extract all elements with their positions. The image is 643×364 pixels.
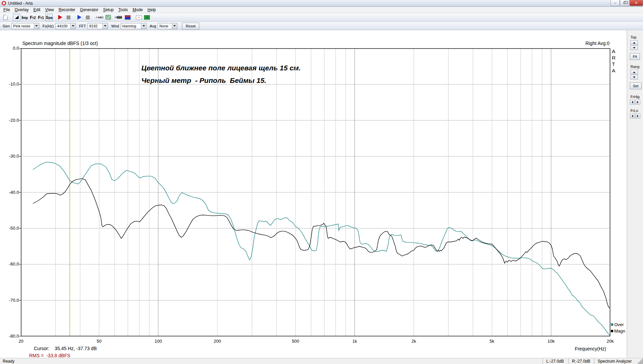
spectrum-graph-area: Spectrum magnitude dBFS (1/3 oct) Right … — [0, 30, 627, 358]
fs-value: 44100 — [57, 24, 68, 28]
restore-icon — [623, 2, 626, 4]
impulse-mode-button[interactable]: Imp — [21, 14, 28, 21]
resize-grip[interactable] — [637, 358, 643, 364]
abc-check-icon: ✓ABC — [95, 16, 104, 19]
signal-generator-button[interactable]: ~ — [135, 14, 142, 21]
top-up-button[interactable] — [630, 40, 638, 45]
stop-icon — [86, 16, 90, 19]
wnd-label: Wnd — [111, 24, 119, 28]
calibrate-button[interactable]: ✓ABC — [95, 14, 104, 21]
spa-mode-button[interactable]: Spa — [45, 14, 53, 21]
close-button[interactable]: × — [629, 0, 643, 6]
fit-label: Fit — [633, 54, 637, 59]
menu-recorder[interactable]: Recorder — [56, 7, 77, 13]
title-bar[interactable]: Untitled - Arta – × — [0, 0, 643, 7]
fs-label: Fs(Hz) — [43, 24, 54, 28]
cursor-readout: Cursor: 35.45 Hz, -37.73 dB — [34, 346, 97, 351]
pointer-icon — [14, 15, 19, 20]
microphone-button[interactable] — [116, 14, 123, 21]
toolbar-separator — [133, 14, 133, 20]
chevron-down-icon — [102, 23, 108, 29]
menu-file[interactable]: File — [1, 7, 12, 13]
arta-app-icon — [2, 1, 6, 5]
red-sine-icon: ~ — [136, 15, 142, 20]
gen-select[interactable]: Pink noise — [12, 23, 39, 29]
toolbar-separator — [74, 14, 74, 20]
menu-help[interactable]: Help — [145, 7, 158, 13]
fit-button[interactable]: Fit — [630, 53, 640, 60]
range-up-button[interactable] — [630, 70, 638, 74]
fs-select[interactable]: 44100 — [55, 23, 76, 29]
left-level-cell: L:-27.0dB — [543, 358, 568, 364]
fr1-mode-label: Fr1 — [38, 15, 44, 20]
fft-select[interactable]: 8192 — [88, 23, 108, 29]
cursor-value: 35.45 Hz, -37.73 dB — [54, 346, 97, 351]
menu-overlay[interactable]: Overlay — [12, 7, 31, 13]
fr2-mode-button[interactable]: Fr2 — [29, 14, 37, 21]
minimize-button[interactable]: – — [611, 0, 620, 6]
record-stop-button[interactable] — [65, 14, 72, 21]
range-down-button[interactable] — [630, 75, 638, 79]
fr1-mode-button[interactable]: Fr1 — [37, 14, 45, 21]
main-toolbar: Imp Fr2 Fr1 Spa ✓ABC ~ ~ — [0, 13, 643, 22]
frlo-right-button[interactable] — [635, 114, 640, 118]
pointer-mode-button[interactable] — [13, 14, 20, 21]
signal-analyser-button[interactable]: ~ — [143, 14, 151, 21]
generator-stop-button[interactable] — [84, 14, 91, 21]
plot-legend: Over Magn — [611, 321, 625, 334]
set-label: Set — [633, 84, 639, 88]
x-tick: 2k — [411, 339, 416, 344]
spa-mode-label: Spa — [46, 15, 52, 20]
spectrum-plot-canvas[interactable] — [21, 48, 610, 336]
waveform-icon — [125, 15, 131, 20]
range-label: Rang — [630, 65, 639, 69]
new-file-button[interactable] — [2, 14, 9, 21]
x-tick: 5k — [490, 339, 495, 344]
frhig-left-button[interactable] — [630, 100, 635, 105]
y-tick: -80.0 — [0, 334, 19, 339]
chevron-down-icon — [34, 23, 39, 29]
menu-mode[interactable]: Mode — [130, 7, 145, 13]
top-down-button[interactable] — [630, 45, 638, 50]
frhig-label: FrHig — [630, 95, 640, 99]
menu-bar: File Overlay Edit View Recorder Generato… — [0, 7, 643, 13]
chevron-down-icon — [70, 23, 75, 29]
frlo-left-button[interactable] — [630, 114, 635, 118]
avg-select[interactable]: None — [158, 23, 177, 29]
y-tick: -20.0 — [0, 118, 19, 123]
rms-readout: RMS = -33.8 dBFS — [29, 353, 70, 358]
toolbar-separator — [93, 14, 93, 20]
mode-cell: Spectrum Analyzer — [594, 358, 637, 364]
y-tick: -30.0 — [0, 154, 19, 159]
legend-item-over: Over — [611, 321, 625, 328]
menu-generator[interactable]: Generator — [78, 7, 101, 13]
waveform-view-button[interactable] — [124, 14, 131, 21]
microphone-plug-icon — [117, 16, 122, 19]
reset-button[interactable]: Reset — [182, 23, 199, 29]
generator-start-button[interactable] — [76, 14, 83, 21]
close-icon: × — [635, 1, 637, 5]
x-tick: 500 — [292, 339, 299, 344]
over-series-swatch — [611, 323, 613, 326]
menu-setup[interactable]: Setup — [101, 7, 116, 13]
frhig-right-button[interactable] — [635, 100, 640, 105]
menu-tools[interactable]: Tools — [116, 7, 130, 13]
frlo-label: FrLo — [630, 109, 638, 113]
set-button[interactable]: Set — [630, 83, 642, 89]
x-tick: 1k — [352, 339, 357, 344]
y-tick: -70.0 — [0, 298, 19, 303]
record-start-button[interactable] — [56, 14, 64, 21]
fft-value: 8192 — [89, 24, 97, 28]
menu-view[interactable]: View — [43, 7, 56, 13]
legend-item-magn: Magn — [611, 328, 625, 334]
red-play-icon — [58, 15, 62, 20]
green-sine-icon: ~ — [144, 15, 150, 20]
y-tick: -50.0 — [0, 226, 19, 231]
restore-button[interactable] — [620, 0, 629, 6]
gen-label: Gen — [3, 24, 10, 28]
reset-label: Reset — [186, 24, 196, 28]
magn-series-swatch — [611, 330, 613, 332]
wnd-select[interactable]: Hanning — [121, 23, 146, 29]
spectral-overlay-button[interactable] — [105, 14, 112, 21]
menu-edit[interactable]: Edit — [31, 7, 43, 13]
